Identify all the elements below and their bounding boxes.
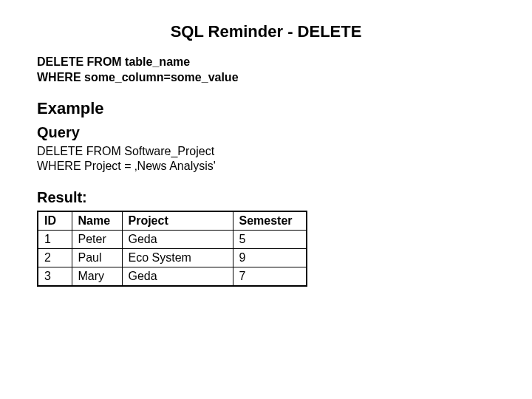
syntax-block: DELETE FROM table_name WHERE some_column… xyxy=(37,55,495,86)
cell-id: 3 xyxy=(38,267,72,287)
query-heading: Query xyxy=(37,124,495,141)
result-heading: Result: xyxy=(37,189,495,206)
syntax-line-1: DELETE FROM table_name xyxy=(37,55,495,70)
cell-id: 2 xyxy=(38,249,72,267)
syntax-line-2: WHERE some_column=some_value xyxy=(37,70,495,86)
table-header-semester: Semester xyxy=(233,211,307,231)
table-row: 2 Paul Eco System 9 xyxy=(38,249,307,267)
table-header-id: ID xyxy=(38,211,72,231)
cell-name: Mary xyxy=(72,267,122,287)
result-table: ID Name Project Semester 1 Peter Geda 5 … xyxy=(37,211,307,287)
table-row: 3 Mary Geda 7 xyxy=(38,267,307,287)
cell-project: Geda xyxy=(122,231,233,249)
table-header-name: Name xyxy=(72,211,122,231)
example-heading: Example xyxy=(37,99,495,118)
page-title: SQL Reminder - DELETE xyxy=(111,22,421,41)
table-row: 1 Peter Geda 5 xyxy=(38,231,307,249)
cell-semester: 7 xyxy=(233,267,307,287)
cell-project: Eco System xyxy=(122,249,233,267)
table-header-row: ID Name Project Semester xyxy=(38,211,307,231)
cell-semester: 9 xyxy=(233,249,307,267)
cell-project: Geda xyxy=(122,267,233,287)
table-header-project: Project xyxy=(122,211,233,231)
query-block: DELETE FROM Software_Project WHERE Proje… xyxy=(37,144,495,175)
cell-name: Peter xyxy=(72,231,122,249)
query-line-1: DELETE FROM Software_Project xyxy=(37,144,495,160)
cell-semester: 5 xyxy=(233,231,307,249)
cell-name: Paul xyxy=(72,249,122,267)
cell-id: 1 xyxy=(38,231,72,249)
query-line-2: WHERE Project = ‚News Analysis' xyxy=(37,159,495,174)
